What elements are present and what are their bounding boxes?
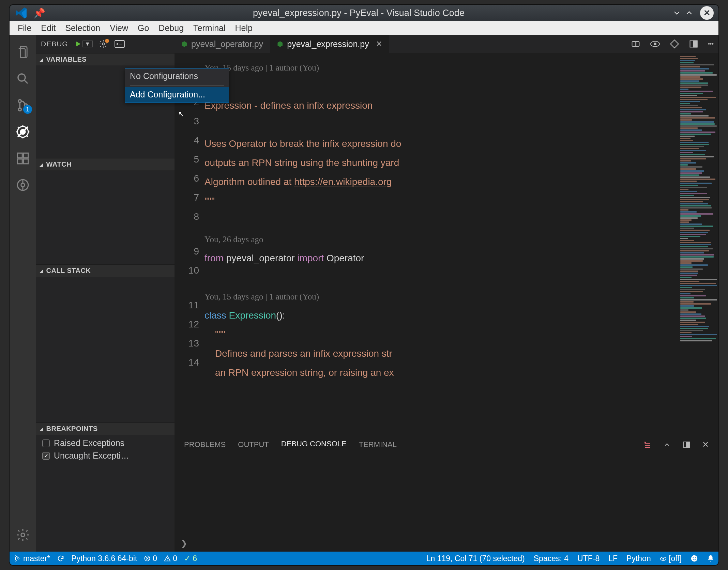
svg-rect-22 [694,41,697,47]
code-kw: import [297,253,324,263]
clear-console-icon[interactable] [643,441,652,449]
svg-rect-9 [24,159,28,164]
editor-group: ⬢ pyeval_operator.py ⬢ pyeval_expression… [175,35,718,552]
code-line: """ [204,329,225,340]
code-line: Defines and parses an infix expression s… [204,348,392,359]
panel-tab-debug-console[interactable]: DEBUG CONSOLE [281,440,347,450]
watch-label: WATCH [46,160,72,168]
svg-line-6 [18,127,28,137]
status-encoding[interactable]: UTF-8 [577,554,600,563]
status-feedback-icon[interactable] [691,555,698,562]
code-kw: class [204,310,226,321]
git-diff-icon[interactable] [670,39,679,49]
minimize-icon[interactable] [672,8,684,18]
compare-changes-icon[interactable] [631,39,640,49]
code-line: Expression - defines an infix expression [204,100,373,111]
checkbox-icon[interactable] [42,440,50,447]
menu-view[interactable]: View [105,23,133,33]
start-debug-icon[interactable] [74,40,82,48]
menu-terminal[interactable]: Terminal [188,23,230,33]
panel-tab-output[interactable]: OUTPUT [238,440,269,449]
svg-point-13 [21,533,25,537]
status-python-version[interactable]: Python 3.6.6 64-bit [71,554,137,563]
status-warnings[interactable]: 0 [164,554,177,563]
panel-tab-terminal[interactable]: TERMINAL [359,440,397,449]
minimap[interactable] [679,53,718,436]
status-live-share[interactable]: [off] [660,554,682,563]
tab-close-icon[interactable]: ✕ [376,40,382,48]
status-errors[interactable]: 0 [144,554,157,563]
collapse-panel-icon[interactable] [663,441,671,448]
dropdown-add-config[interactable]: Add Configuration... [125,87,229,102]
gitlens-icon[interactable] [10,172,36,198]
status-cursor-position[interactable]: Ln 119, Col 71 (70 selected) [426,554,525,563]
search-icon[interactable] [10,65,36,92]
variables-section-header[interactable]: ◢VARIABLES [36,53,175,65]
config-dropdown-icon[interactable]: ▼ [82,41,93,47]
breakpoints-label: BREAKPOINTS [46,425,98,433]
code-text: pyeval_operator [224,253,297,263]
codelens[interactable]: You, 26 days ago [204,235,263,244]
menu-edit[interactable]: Edit [36,23,60,33]
maximize-icon[interactable] [684,8,697,18]
maximize-panel-icon[interactable] [682,441,691,449]
breakpoints-section-header[interactable]: ◢BREAKPOINTS [36,423,175,435]
error-count: 0 [153,554,157,563]
debug-settings-icon[interactable] [99,40,108,48]
menu-debug[interactable]: Debug [154,23,188,33]
code-text: (): [276,310,285,321]
variables-label: VARIABLES [46,56,87,63]
dropdown-no-config[interactable]: No Configurations [125,68,229,84]
status-eol[interactable]: LF [608,554,618,563]
explorer-icon[interactable] [10,39,36,65]
check-count: 6 [193,554,197,563]
callstack-section-header[interactable]: ◢CALL STACK [36,265,175,277]
breakpoint-label: Uncaught Excepti… [54,451,129,461]
close-panel-icon[interactable]: ✕ [702,440,709,449]
branch-name: master* [23,554,50,563]
toggle-blame-icon[interactable] [650,40,660,48]
debug-console-toggle-icon[interactable] [115,40,125,48]
status-sync-icon[interactable] [57,555,64,562]
callstack-label: CALL STACK [46,267,91,275]
code-link[interactable]: https://en.wikipedia.org [294,176,392,187]
editor[interactable]: 1234567891011121314 You, 15 days ago | 1… [175,53,718,436]
tab-label: pyeval_expression.py [287,39,369,49]
debug-sidebar: DEBUG ▼ ◢VARIABLES ◢WATCH ◢CALL STACK ◢B… [36,35,175,552]
editor-tabs: ⬢ pyeval_operator.py ⬢ pyeval_expression… [175,35,718,53]
menu-file[interactable]: File [13,23,36,33]
bottom-panel: PROBLEMS OUTPUT DEBUG CONSOLE TERMINAL ✕… [175,436,718,552]
menu-go[interactable]: Go [133,23,154,33]
status-spaces[interactable]: Spaces: 4 [534,554,568,563]
status-language[interactable]: Python [626,554,651,563]
debug-console-body[interactable]: ❯ [175,453,718,552]
menu-selection[interactable]: Selection [60,23,105,33]
status-notifications-icon[interactable] [707,555,714,562]
tab-pyeval-expression[interactable]: ⬢ pyeval_expression.py ✕ [270,35,389,53]
settings-gear-icon[interactable] [10,522,36,548]
breakpoint-uncaught-exceptions[interactable]: ✓Uncaught Excepti… [36,449,175,462]
checkbox-checked-icon[interactable]: ✓ [42,452,50,460]
pin-icon[interactable]: 📌 [33,7,45,19]
code-content[interactable]: You, 15 days ago | 1 author (You) """ Ex… [204,53,679,436]
watch-section-header[interactable]: ◢WATCH [36,158,175,170]
debug-icon[interactable] [10,119,36,145]
titlebar: 📌 pyeval_expression.py - PyEval - Visual… [10,5,718,21]
panel-tab-problems[interactable]: PROBLEMS [184,440,226,449]
split-editor-icon[interactable] [689,39,698,49]
tab-pyeval-operator[interactable]: ⬢ pyeval_operator.py [175,35,270,53]
svg-point-30 [662,558,664,559]
svg-point-33 [695,557,696,558]
close-window-icon[interactable]: ✕ [700,6,714,20]
codelens[interactable]: You, 15 days ago | 1 author (You) [204,292,319,301]
menu-help[interactable]: Help [230,23,257,33]
extensions-icon[interactable] [10,145,36,172]
chevron-down-icon: ◢ [40,268,44,274]
more-actions-icon[interactable]: ••• [708,41,714,47]
live-label: [off] [669,554,682,563]
svg-rect-10 [24,153,28,158]
status-git-branch[interactable]: master* [14,554,50,563]
source-control-icon[interactable]: 1 [10,92,36,119]
breakpoint-raised-exceptions[interactable]: Raised Exceptions [36,437,175,449]
status-checks[interactable]: ✓ 6 [184,554,197,563]
